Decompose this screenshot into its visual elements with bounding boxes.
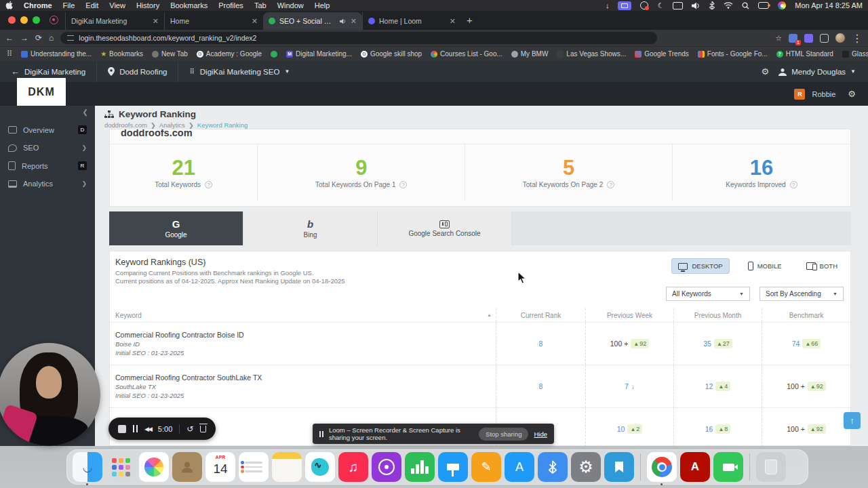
location-selector[interactable]: Dodd Roofing (97, 61, 178, 82)
menu-chrome[interactable]: Chrome (24, 1, 52, 9)
breadcrumb-analytics[interactable]: Analytics (159, 121, 185, 129)
table-row[interactable]: Commercial Roofing Contractor Boise ID B… (110, 322, 850, 365)
tab-google[interactable]: G Google (109, 211, 243, 245)
menu-profiles[interactable]: Profiles (218, 1, 243, 9)
menu-bookmarks[interactable]: Bookmarks (170, 1, 208, 9)
sidebar-item-reports[interactable]: Reports R (0, 157, 95, 175)
dock-finder-icon[interactable]: ◡ (73, 452, 102, 482)
sidebar-item-analytics[interactable]: Analytics ❯ (0, 175, 95, 192)
wifi-icon[interactable] (724, 1, 733, 10)
dock-acrobat-icon[interactable]: A (680, 452, 710, 482)
keywords-filter-select[interactable]: All Keywords▼ (666, 287, 750, 301)
close-tab-icon[interactable]: ✕ (252, 17, 258, 26)
dock-music-icon[interactable]: ♫ (338, 452, 368, 482)
dock-keynote-icon[interactable] (438, 452, 468, 482)
zoom-window-button[interactable] (33, 16, 40, 24)
dock-photos-icon[interactable] (139, 452, 169, 482)
dock-chrome-icon[interactable] (647, 452, 677, 482)
site-settings-icon[interactable] (67, 35, 74, 41)
bookmark-item[interactable]: ★Bookmarks (100, 50, 143, 58)
bookmark-item[interactable]: My BMW (511, 50, 549, 58)
bookmark-item[interactable]: GAcademy : Google (197, 50, 262, 58)
close-tab-icon[interactable]: ✕ (153, 17, 159, 26)
both-toggle[interactable]: BOTH (800, 259, 844, 273)
back-button[interactable]: ← (5, 33, 14, 43)
menu-history[interactable]: History (136, 1, 159, 9)
dock-notes-icon[interactable] (272, 452, 302, 482)
bookmark-item[interactable]: Understanding the... (21, 50, 92, 58)
bookmark-item[interactable]: GGoogle skill shop (361, 50, 422, 58)
menubar-clock[interactable]: Mon Apr 14 8:25 AM (795, 1, 863, 9)
bookmark-item[interactable]: Google Trends (635, 50, 689, 58)
dock-reminders-icon[interactable] (239, 452, 269, 482)
menu-help[interactable]: Help (315, 1, 330, 9)
extension-icon[interactable] (804, 34, 813, 43)
dock-contacts-icon[interactable] (172, 452, 202, 482)
dock-facetime-icon[interactable] (713, 452, 743, 482)
download-icon[interactable]: ↓ (606, 1, 610, 10)
agency-logo[interactable]: DKM (17, 78, 66, 106)
dashboard-selector[interactable]: ⠿ DigiKai Marketing SEO ▼ (178, 61, 300, 82)
tab-digikai-marketing[interactable]: DigiKai Marketing ✕ (65, 12, 164, 30)
settings-gear-icon[interactable]: ⚙ (848, 89, 856, 99)
delete-recording-button[interactable] (200, 426, 206, 432)
sidebar-item-overview[interactable]: Overview D (0, 121, 95, 139)
menu-window[interactable]: Window (277, 1, 304, 9)
reload-button[interactable]: ⟳ (35, 33, 42, 43)
tab-seo-social-dashboard[interactable]: SEO + Social Dashboard ✕ (263, 12, 362, 30)
bookmark-item[interactable]: New Tab (152, 50, 188, 58)
tab-bing[interactable]: b Bing (243, 211, 378, 245)
sort-select[interactable]: Sort By Ascending▼ (760, 287, 844, 301)
close-tab-icon[interactable]: ✕ (351, 17, 357, 26)
pause-recording-button[interactable] (133, 425, 138, 432)
col-previous-month[interactable]: Previous Month (673, 308, 762, 322)
bookmark-item-icon-only[interactable] (271, 51, 277, 58)
close-window-button[interactable] (8, 16, 16, 24)
extensions-puzzle-icon[interactable] (820, 34, 829, 43)
dock-podcasts-icon[interactable] (372, 452, 401, 482)
col-benchmark[interactable]: Benchmark (762, 308, 850, 322)
apple-menu-icon[interactable] (5, 1, 13, 11)
menu-view[interactable]: View (109, 1, 125, 9)
tab-audio-icon[interactable] (340, 18, 347, 24)
dock-appstore-icon[interactable]: Α (505, 452, 534, 482)
sort-asc-icon[interactable]: ▲ (487, 312, 492, 317)
menu-edit[interactable]: Edit (85, 1, 98, 9)
keyboard-icon[interactable] (673, 2, 683, 9)
stop-sharing-button[interactable]: Stop sharing (479, 428, 528, 441)
dock-pages-icon[interactable]: ✎ (471, 452, 501, 482)
breadcrumb-site[interactable]: doddroofs.com (104, 121, 147, 129)
settings-gear-icon[interactable]: ⚙ (762, 66, 770, 77)
bookmark-item[interactable]: Las Vegas Shows... (557, 50, 626, 58)
profile-avatar[interactable] (835, 33, 845, 43)
menu-file[interactable]: File (63, 1, 75, 9)
extension-icon[interactable]: 1 (789, 34, 797, 43)
bookmark-item[interactable]: Glassmorphism C... (842, 50, 868, 58)
dock-freeform-icon[interactable] (305, 452, 335, 482)
tab-home[interactable]: Home ✕ (164, 12, 263, 30)
menubar-app-icon[interactable] (758, 2, 769, 9)
dock-bookmark-app-icon[interactable] (604, 452, 634, 482)
minimize-window-button[interactable] (20, 16, 28, 24)
forward-button[interactable]: → (20, 33, 28, 43)
volume-icon[interactable] (692, 1, 701, 10)
table-row[interactable]: Commercial Roofing Contractor SouthLake … (110, 365, 850, 407)
recording-status-icon[interactable] (640, 1, 648, 9)
close-tab-icon[interactable]: ✕ (450, 17, 456, 26)
col-current-rank[interactable]: Current Rank (496, 308, 585, 322)
home-button[interactable]: ⌂ (49, 33, 54, 43)
bookmark-item[interactable]: ?HTML Standard (776, 50, 833, 58)
help-icon[interactable]: ? (205, 181, 212, 188)
loom-webcam-bubble[interactable] (0, 343, 100, 446)
dock-settings-icon[interactable]: ⚙ (571, 452, 601, 482)
bookmark-item[interactable]: Courses List - Goo... (431, 50, 502, 58)
spotlight-search-icon[interactable] (742, 1, 749, 10)
dock-numbers-icon[interactable] (405, 452, 435, 482)
bookmark-item[interactable]: MDigital Marketing... (286, 50, 352, 58)
tab-home-loom[interactable]: Home | Loom ✕ (362, 12, 461, 30)
stop-recording-button[interactable] (118, 425, 126, 433)
new-tab-button[interactable]: + (467, 14, 473, 26)
focus-moon-icon[interactable]: ☾ (657, 1, 664, 10)
dock-calendar-icon[interactable]: APR14 (205, 452, 235, 482)
col-previous-week[interactable]: Previous Week (585, 308, 673, 322)
